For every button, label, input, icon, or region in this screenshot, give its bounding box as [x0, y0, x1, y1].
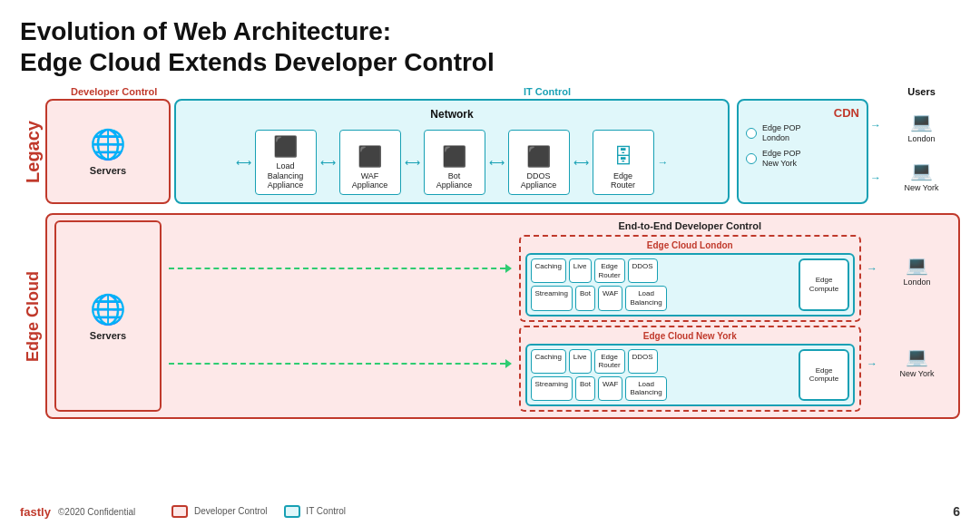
appliance-waf: ⬛ WAF Appliance — [339, 130, 401, 195]
cdn-arrows: → → — [868, 99, 883, 204]
waf-icon: ⬛ — [358, 145, 382, 169]
legend-dev-label: Developer Control — [194, 506, 268, 516]
arrow-3: ⟷ — [489, 156, 505, 169]
cdn-arrow-london: → — [870, 119, 881, 132]
legend-it-color — [284, 505, 300, 518]
arrow-4: ⟷ — [573, 156, 589, 169]
legacy-servers-label: Servers — [90, 165, 126, 176]
legend-it-box: IT Control — [284, 505, 347, 518]
legend-dev-color — [172, 505, 188, 518]
ec-london-title: Edge Cloud London — [525, 240, 856, 250]
e2e-label: End-to-End Developer Control — [519, 220, 862, 231]
ny-waf: WAF — [598, 376, 622, 401]
london-lb: Load Balancing — [625, 286, 666, 310]
legacy-label: Legacy — [23, 121, 44, 183]
legend-dev-box: Developer Control — [172, 505, 267, 518]
cdn-label: CDN — [746, 106, 859, 120]
edge-cloud-outer: 🌐 Servers End-to-End Develo — [45, 213, 960, 419]
ny-bot: Bot — [575, 376, 595, 401]
london-ddos: DDOS — [628, 258, 658, 283]
ec-ny-panel: Edge Cloud New York Caching Live Edge Ro… — [519, 326, 862, 412]
ec-london-row1: Caching Live Edge Router DDOS — [531, 258, 796, 283]
ec-ny-inner: Caching Live Edge Router DDOS Streaming … — [525, 344, 856, 406]
ec-servers-label: Servers — [90, 330, 126, 341]
london-waf: WAF — [598, 286, 622, 310]
pop-london-circle — [746, 128, 757, 139]
ec-dev-box: 🌐 Servers — [54, 220, 162, 412]
user-newyork-label: New York — [904, 183, 938, 192]
ec-user-london-label: London — [903, 278, 930, 287]
legend-it-label: IT Control — [306, 506, 346, 516]
ec-ny-row1: Caching Live Edge Router DDOS — [531, 349, 796, 374]
ec-servers-icon: 🌐 — [90, 292, 126, 326]
arrow-2: ⟷ — [405, 156, 420, 169]
appliance-edge-router: 🗄 Edge Router — [593, 130, 654, 195]
pop-london: Edge POPLondon — [746, 123, 859, 143]
appliances-row: ⟷ ⬛ Load Balancing Appliance ⟷ ⬛ WAF App… — [185, 130, 719, 195]
ny-ddos: DDOS — [628, 349, 658, 374]
user-london-icon: 💻 — [910, 111, 933, 132]
title-line1: Evolution of Web Architecture: — [20, 17, 391, 45]
section-labels: Developer Control IT Control Users — [45, 86, 960, 97]
ny-live: Live — [569, 349, 592, 374]
ec-london-panel: Edge Cloud London Caching Live Edge Rout… — [519, 235, 862, 321]
ec-arrows: → → — [865, 220, 879, 412]
users-col-ec: 💻 London 💻 New York — [883, 220, 951, 412]
ny-compute: Edge Compute — [799, 349, 849, 401]
london-live: Live — [569, 258, 592, 283]
ec-london-chips: Caching Live Edge Router DDOS Streaming … — [531, 258, 796, 310]
london-streaming: Streaming — [531, 286, 573, 310]
slide-title: Evolution of Web Architecture: Edge Clou… — [20, 16, 960, 77]
ec-panels-area: End-to-End Developer Control Edge Cloud … — [519, 220, 862, 412]
er-icon: 🗄 — [613, 145, 633, 169]
users-col-legacy: 💻 London 💻 New York — [883, 99, 960, 204]
london-compute: Edge Compute — [799, 258, 849, 310]
london-bot: Bot — [575, 286, 595, 310]
legacy-servers-icon: 🌐 — [90, 127, 126, 161]
network-label: Network — [185, 108, 719, 121]
ny-lb: Load Balancing — [625, 376, 666, 401]
ec-user-london-icon: 💻 — [906, 254, 928, 276]
title-line2: Edge Cloud Extends Developer Control — [20, 48, 495, 76]
it-control-label: IT Control — [211, 86, 883, 97]
dashed-line-top — [169, 264, 512, 273]
user-newyork-icon: 💻 — [910, 160, 933, 181]
appliance-bot: ⬛ Bot Appliance — [424, 130, 485, 195]
ec-ny-chips: Caching Live Edge Router DDOS Streaming … — [531, 349, 796, 401]
diagram-area: Legacy 🌐 Servers Network ⟷ ⬛ Load Balanc… — [20, 99, 960, 419]
ec-user-newyork-label: New York — [899, 369, 934, 378]
ec-ny-row2: Streaming Bot WAF Load Balancing — [531, 376, 796, 401]
footer: fastly ©2020 Confidential Developer Cont… — [20, 504, 960, 519]
footer-page: 6 — [953, 504, 960, 519]
pop-newyork-circle — [746, 153, 757, 164]
footer-legend: Developer Control IT Control — [172, 505, 346, 518]
dashed-lines-area — [165, 220, 515, 412]
ec-ny-content: Caching Live Edge Router DDOS Streaming … — [531, 349, 850, 401]
footer-copy: ©2020 Confidential — [58, 507, 135, 517]
ec-user-newyork: 💻 New York — [899, 346, 934, 378]
ec-london-row2: Streaming Bot WAF Load Balancing — [531, 286, 796, 310]
ec-user-london: 💻 London — [903, 254, 930, 287]
pop-newyork: Edge POPNew York — [746, 149, 859, 169]
london-caching: Caching — [531, 258, 566, 283]
london-edge-router: Edge Router — [594, 258, 625, 283]
ec-london-content: Caching Live Edge Router DDOS Streaming … — [531, 258, 850, 310]
cdn-box: CDN Edge POPLondon Edge POPNew York — [737, 99, 868, 204]
appliance-load-balancing: ⬛ Load Balancing Appliance — [255, 130, 317, 195]
user-london: 💻 London — [907, 111, 935, 143]
arrow-5: → — [658, 156, 669, 169]
appliance-ddos: ⬛ DDOS Appliance — [508, 130, 570, 195]
ec-user-newyork-icon: 💻 — [906, 346, 928, 367]
ny-edge-router: Edge Router — [594, 349, 625, 374]
arrow-1: ⟷ — [320, 156, 336, 169]
bot-label: Bot Appliance — [436, 171, 473, 191]
pop-newyork-text: Edge POPNew York — [762, 149, 801, 169]
ddos-icon: ⬛ — [526, 145, 551, 169]
waf-label: WAF Appliance — [352, 171, 388, 191]
dashed-line-bottom — [169, 359, 512, 368]
ny-caching: Caching — [531, 349, 566, 374]
bot-icon: ⬛ — [442, 145, 466, 169]
er-label: Edge Router — [611, 171, 635, 191]
legacy-it-box: Network ⟷ ⬛ Load Balancing Appliance ⟷ ⬛… — [174, 99, 730, 204]
edge-cloud-label: Edge Cloud — [24, 271, 43, 362]
